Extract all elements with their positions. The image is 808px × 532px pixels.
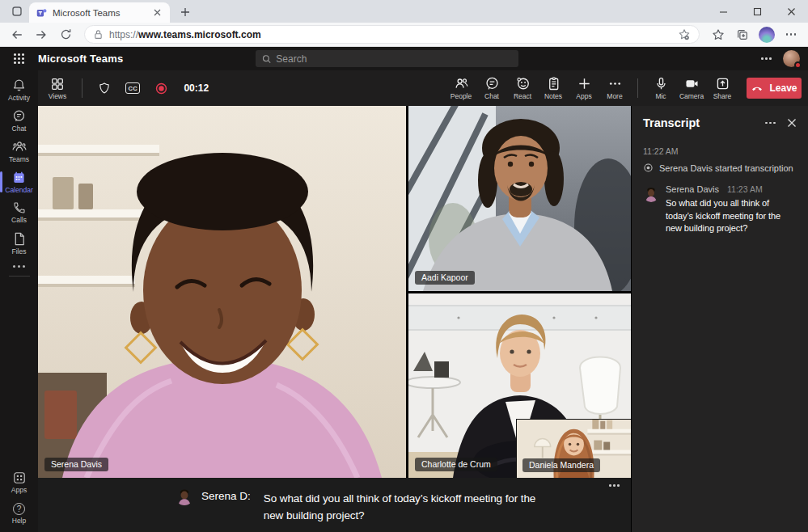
sidebar-item-activity[interactable]: Activity [0,74,38,105]
search-box[interactable] [256,50,518,67]
apps-button[interactable]: Apps [569,72,599,104]
security-shield-icon[interactable] [98,82,111,95]
new-tab-button[interactable] [175,2,196,22]
mic-icon [654,76,669,91]
app-launcher-button[interactable] [0,53,38,64]
recording-indicator [154,82,168,95]
user-avatar[interactable] [783,50,800,67]
sidebar-item-calls[interactable]: Calls [0,197,38,228]
search-input[interactable] [276,53,512,65]
leave-button[interactable]: Leave [747,78,802,99]
mic-button[interactable]: Mic [646,72,675,104]
app-body: Activity Chat Teams Calendar Calls Files [0,70,808,532]
captions-indicator[interactable]: CC [125,82,140,94]
caption-speaker-name: Serena D: [201,490,251,502]
address-bar-badge-icon[interactable] [678,28,691,41]
presence-busy-badge [794,61,802,69]
chat-button[interactable]: Chat [477,72,506,104]
people-button[interactable]: People [446,72,476,104]
sidebar-item-help[interactable]: ? Help [0,498,38,529]
transcript-panel: Transcript 11:22 AM Serena Davis started… [631,106,808,532]
camera-icon [684,76,700,91]
toolbar-right-group: People Chat React Notes [446,72,802,104]
sidebar-item-teams[interactable]: Teams [0,136,38,167]
meeting-main: Views CC 00:12 People [38,70,808,532]
more-button[interactable]: More [600,72,629,104]
sidebar-label: Calendar [5,186,33,194]
record-icon [154,82,168,95]
close-window-button[interactable] [774,0,808,23]
address-bar[interactable]: https://www.teams.microsoft.com [84,25,700,44]
video-tile-charlotte-de-crum[interactable]: Charlotte de Crum [408,293,631,478]
sidebar-item-chat[interactable]: Chat [0,105,38,136]
transcript-title: Transcript [643,116,754,129]
participant-nametag: Serena Davis [44,458,108,471]
ellipsis-icon [786,33,797,36]
tab-close-icon[interactable] [150,6,163,19]
transcript-entry-time: 11:23 AM [727,184,763,194]
header-more-button[interactable] [761,57,772,60]
sidebar-item-apps[interactable]: Apps [0,467,38,498]
transcript-entry-text: So what did you all think of today’s kic… [666,197,798,235]
system-event-text: Serena Davis started transcription [659,163,793,173]
video-tile-daniela-mandera[interactable]: Daniela Mandera [516,419,631,478]
sidebar-label: Help [12,517,26,525]
minimize-button[interactable] [706,0,740,23]
transcript-speaker-avatar [643,186,659,202]
search-icon [262,54,271,64]
video-right-column: Aadi Kapoor [408,106,631,478]
camera-button[interactable]: Camera [677,72,706,104]
views-button[interactable]: Views [43,72,72,104]
url-host: www.teams.microsoft.com [138,29,261,40]
share-button[interactable]: Share [708,72,737,104]
participant-nametag: Daniela Mandera [522,458,600,472]
leave-label: Leave [769,82,797,94]
refresh-button[interactable] [55,25,76,44]
collections-button[interactable] [732,25,753,44]
more-dots-icon [607,76,623,91]
teams-header: Microsoft Teams [0,47,808,70]
waffle-icon [14,53,24,64]
window-controls [706,0,808,23]
browser-menu-button[interactable] [781,25,802,44]
url-scheme: https:// [109,29,138,40]
maximize-button[interactable] [740,0,774,23]
notes-button[interactable]: Notes [539,72,568,104]
transcript-entry: Serena Davis 11:23 AM So what did you al… [643,184,798,235]
sidebar-more-button[interactable] [13,265,25,268]
meeting-stage: Serena Davis [38,106,631,532]
live-captions-bar: Serena D: So what did you all think of t… [38,478,631,532]
teams-favicon-icon [36,7,47,19]
caption-speaker-avatar [176,488,193,505]
sidebar: Activity Chat Teams Calendar Calls Files [0,70,38,532]
video-tile-serena-davis[interactable]: Serena Davis [38,106,406,478]
transcript-close-icon[interactable] [787,118,797,128]
captions-more-button[interactable] [609,484,620,487]
sidebar-item-calendar[interactable]: Calendar [0,167,38,197]
sidebar-label: Teams [9,155,29,163]
forward-button[interactable] [31,25,52,44]
video-tile-aadi-kapoor[interactable]: Aadi Kapoor [408,106,631,291]
aadi-kapoor-video [408,106,631,291]
participant-nametag: Charlotte de Crum [415,458,497,471]
calendar-icon [12,171,26,184]
sidebar-label: Activity [8,94,30,102]
caption-text: So what did you all think of today’s kic… [264,490,548,524]
back-button[interactable] [6,25,27,44]
browser-profile-avatar[interactable] [759,27,775,43]
apps-grid-icon [13,471,26,484]
tab-actions-button[interactable] [6,1,27,22]
favorites-star-button[interactable] [708,25,729,44]
header-right [761,50,800,67]
browser-titlebar: Microsoft Teams [0,0,808,23]
browser-tab[interactable]: Microsoft Teams [29,2,170,23]
react-button[interactable]: React [508,72,537,104]
sidebar-item-files[interactable]: Files [0,228,38,259]
toolbar-divider [637,78,638,98]
help-icon: ? [13,503,25,515]
chat-icon [484,76,500,91]
people-icon [454,76,469,91]
cc-icon: CC [125,82,140,94]
transcript-more-button[interactable] [765,122,776,125]
transcript-system-event: Serena Davis started transcription [643,163,798,173]
